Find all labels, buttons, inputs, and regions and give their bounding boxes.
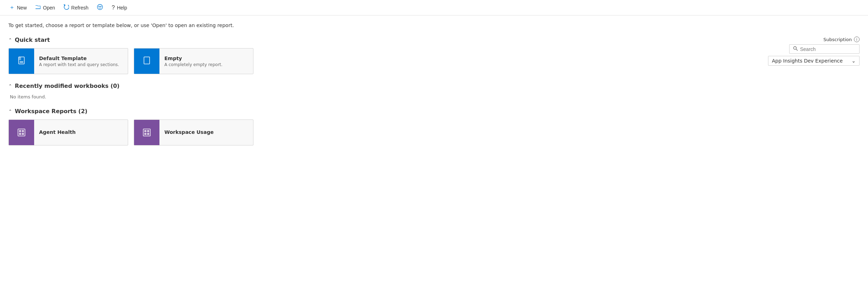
quick-start-header[interactable]: ⌃ Quick start bbox=[8, 37, 860, 43]
help-button[interactable]: ? Help bbox=[108, 2, 131, 13]
default-template-desc: A report with text and query sections. bbox=[39, 62, 119, 67]
refresh-icon bbox=[63, 4, 69, 11]
svg-rect-9 bbox=[19, 130, 21, 132]
default-template-title: Default Template bbox=[39, 56, 119, 61]
top-controls: Subscription i App Insights Dev Experien… bbox=[768, 37, 860, 66]
workspace-reports-header[interactable]: ⌃ Workspace Reports (2) bbox=[8, 108, 860, 115]
quick-start-cards: Default Template A report with text and … bbox=[8, 48, 860, 74]
svg-rect-8 bbox=[18, 129, 25, 136]
refresh-label: Refresh bbox=[71, 5, 88, 11]
quick-start-section: ⌃ Quick start Default Templa bbox=[8, 37, 860, 74]
recently-modified-title: Recently modified workbooks (0) bbox=[15, 83, 120, 89]
svg-rect-16 bbox=[144, 133, 146, 135]
feedback-button[interactable] bbox=[93, 2, 107, 14]
plus-icon: ＋ bbox=[9, 4, 15, 11]
default-template-content: Default Template A report with text and … bbox=[34, 52, 124, 71]
subscription-dropdown[interactable]: App Insights Dev Experience ⌄ bbox=[768, 56, 860, 66]
feedback-icon bbox=[97, 4, 103, 12]
chevron-down-icon: ⌄ bbox=[851, 58, 856, 64]
new-button[interactable]: ＋ New bbox=[6, 2, 30, 13]
empty-card-title: Empty bbox=[164, 56, 222, 61]
chevron-up-icon-2: ⌃ bbox=[8, 84, 12, 89]
empty-card-content: Empty A completely empty report. bbox=[159, 52, 227, 71]
main-content: To get started, choose a report or templ… bbox=[0, 15, 868, 161]
agent-health-title: Agent Health bbox=[39, 129, 76, 135]
svg-point-0 bbox=[98, 4, 103, 9]
agent-health-card[interactable]: Agent Health bbox=[8, 119, 128, 145]
new-label: New bbox=[17, 5, 27, 11]
workspace-reports-cards: Agent Health Wo bbox=[8, 119, 860, 145]
svg-point-1 bbox=[99, 6, 100, 7]
svg-rect-15 bbox=[147, 130, 149, 132]
workspace-reports-section: ⌃ Workspace Reports (2) bbox=[8, 108, 860, 145]
recently-modified-section: ⌃ Recently modified workbooks (0) No ite… bbox=[8, 83, 860, 99]
empty-card[interactable]: Empty A completely empty report. bbox=[134, 48, 253, 74]
workspace-usage-title: Workspace Usage bbox=[164, 129, 214, 135]
agent-health-content: Agent Health bbox=[34, 126, 81, 140]
subscription-value: App Insights Dev Experience bbox=[772, 58, 843, 64]
open-label: Open bbox=[43, 5, 55, 11]
svg-rect-4 bbox=[19, 57, 21, 60]
subscription-label-row: Subscription i bbox=[823, 37, 860, 42]
workspace-usage-card[interactable]: Workspace Usage bbox=[134, 119, 253, 145]
page-wrapper: To get started, choose a report or templ… bbox=[0, 15, 868, 226]
svg-rect-12 bbox=[22, 133, 24, 135]
workspace-reports-title: Workspace Reports (2) bbox=[15, 108, 87, 115]
search-box[interactable] bbox=[789, 44, 860, 54]
chevron-up-icon: ⌃ bbox=[8, 38, 12, 43]
search-icon bbox=[793, 46, 798, 52]
default-template-icon bbox=[9, 48, 34, 74]
toolbar: ＋ New Open Refresh ? bbox=[0, 0, 868, 15]
quick-start-title: Quick start bbox=[15, 37, 50, 43]
info-icon[interactable]: i bbox=[854, 37, 860, 42]
open-button[interactable]: Open bbox=[32, 2, 58, 13]
agent-health-icon bbox=[9, 120, 34, 145]
svg-line-19 bbox=[796, 49, 798, 51]
workspace-usage-content: Workspace Usage bbox=[159, 126, 219, 140]
recently-modified-header[interactable]: ⌃ Recently modified workbooks (0) bbox=[8, 83, 860, 89]
refresh-button[interactable]: Refresh bbox=[60, 2, 92, 13]
svg-rect-10 bbox=[22, 130, 24, 132]
svg-point-2 bbox=[101, 6, 101, 7]
help-label: Help bbox=[117, 5, 127, 11]
open-icon bbox=[35, 4, 41, 11]
svg-point-18 bbox=[794, 47, 797, 50]
chevron-up-icon-3: ⌃ bbox=[8, 109, 12, 114]
subscription-text: Subscription bbox=[823, 37, 852, 42]
workspace-usage-icon bbox=[134, 120, 159, 145]
intro-text: To get started, choose a report or templ… bbox=[8, 22, 860, 28]
svg-rect-14 bbox=[144, 130, 146, 132]
empty-card-desc: A completely empty report. bbox=[164, 62, 222, 67]
default-template-card[interactable]: Default Template A report with text and … bbox=[8, 48, 128, 74]
svg-rect-17 bbox=[147, 133, 149, 135]
help-icon: ? bbox=[112, 5, 115, 11]
svg-rect-7 bbox=[144, 57, 150, 64]
no-items-text: No items found. bbox=[10, 94, 860, 99]
search-input[interactable] bbox=[800, 46, 856, 52]
svg-rect-13 bbox=[143, 129, 150, 136]
svg-rect-11 bbox=[19, 133, 21, 135]
empty-card-icon bbox=[134, 48, 159, 74]
